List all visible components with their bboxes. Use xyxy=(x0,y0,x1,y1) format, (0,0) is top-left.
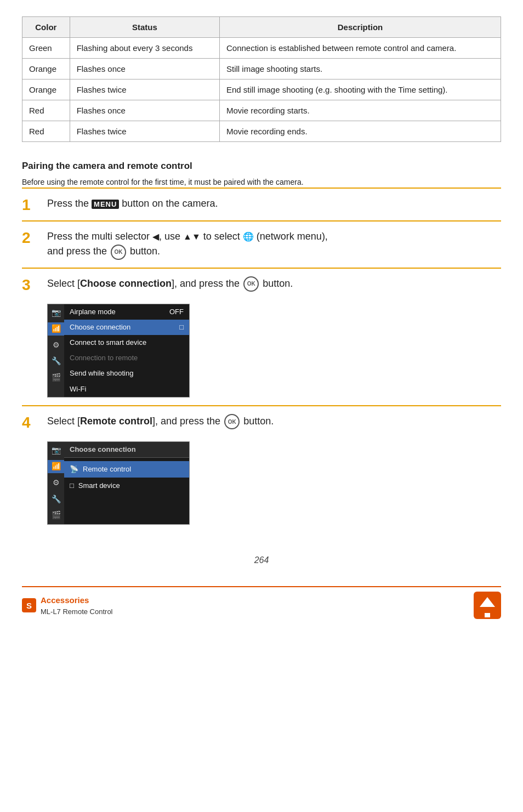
smart-device-option: Smart device xyxy=(78,481,120,491)
remote-icon: 📡 xyxy=(70,464,78,474)
bottom-bar-left: S Accessories ML-L7 Remote Control xyxy=(22,594,113,617)
cam-menu-row-smart: Connect to smart device xyxy=(64,335,189,350)
cam4-icon-network: 📶 xyxy=(48,460,64,473)
ok-button-icon: OK xyxy=(111,245,126,260)
col-header-color: Color xyxy=(22,17,70,38)
page-number: 264 xyxy=(22,554,501,575)
cell-color-0: Green xyxy=(22,38,70,59)
status-table: Color Status Description Green Flashing … xyxy=(22,16,501,142)
cell-status-1: Flashes once xyxy=(70,59,219,80)
step-2: 2 Press the multi selector ◀, use ▲▼ to … xyxy=(22,220,501,267)
cam-menu-row-send: Send while shooting xyxy=(64,366,189,381)
step-2-number: 2 xyxy=(22,230,38,246)
cam-icon-tools: 🔧 xyxy=(48,355,64,368)
ok-button-step3: OK xyxy=(243,276,259,292)
cell-status-3: Flashes once xyxy=(70,100,219,121)
choose-connection-label: Choose connection xyxy=(80,278,172,289)
table-row-1: Orange Flashes once Still image shooting… xyxy=(22,59,501,80)
remote-control-label: Remote control xyxy=(80,416,152,427)
send-label: Send while shooting xyxy=(70,368,133,378)
cell-color-1: Orange xyxy=(22,59,70,80)
table-row-0: Green Flashing about every 3 seconds Con… xyxy=(22,38,501,59)
accessories-block: S Accessories ML-L7 Remote Control xyxy=(22,594,113,617)
cam-menu-content: Airplane mode OFF Choose connection □ Co… xyxy=(64,304,189,397)
cell-color-4: Red xyxy=(22,121,70,142)
table-row-2: Orange Flashes twice End still image sho… xyxy=(22,80,501,100)
step-1-number: 1 xyxy=(22,197,38,213)
cam-menu2-content: Choose connection 📡 Remote control □ Sma… xyxy=(64,442,189,524)
up-down-arrow-icon: ▲▼ xyxy=(183,232,201,241)
smart-icon: □ xyxy=(70,481,74,491)
network-icon: 🌐 xyxy=(243,232,254,241)
cam-sidebar-step4: 📷 📶 ⚙ 🔧 🎬 Choose connection 📡 R xyxy=(48,442,189,524)
cell-color-2: Orange xyxy=(22,80,70,100)
camera-menu-step3: 📷 📶 ⚙ 🔧 🎬 Airplane mode OFF xyxy=(47,304,190,398)
cam4-icon-tools: 🔧 xyxy=(48,493,64,506)
home-stem xyxy=(485,613,490,617)
step-4: 4 Select [Remote control], and press the… xyxy=(22,405,501,532)
cam4-icon-photo: 📷 xyxy=(48,444,64,457)
cell-description-2: End still image shooting (e.g. shooting … xyxy=(219,80,501,100)
cam-menu2-smart[interactable]: □ Smart device xyxy=(64,478,189,494)
cam-menu-row-choose[interactable]: Choose connection □ xyxy=(64,320,189,335)
accessories-label: Accessories xyxy=(41,594,113,606)
cam-menu2-title: Choose connection xyxy=(64,442,189,458)
camera-menu-step4: 📷 📶 ⚙ 🔧 🎬 Choose connection 📡 R xyxy=(47,441,190,525)
step-4-number: 4 xyxy=(22,415,38,430)
airplane-label: Airplane mode xyxy=(70,307,116,317)
cam-menu-row-airplane: Airplane mode OFF xyxy=(64,304,189,320)
cam-icon-photo: 📷 xyxy=(48,306,64,320)
cell-color-3: Red xyxy=(22,100,70,121)
remote-label: Connection to remote xyxy=(70,353,138,363)
cell-description-1: Still image shooting starts. xyxy=(219,59,501,80)
step-3: 3 Select [Choose connection], and press … xyxy=(22,268,501,405)
menu-label: MENU xyxy=(92,200,119,209)
table-row-4: Red Flashes twice Movie recording ends. xyxy=(22,121,501,142)
section-title: Pairing the camera and remote control xyxy=(22,160,501,173)
airplane-value: OFF xyxy=(169,307,184,317)
cam-icon-network: 📶 xyxy=(48,322,64,336)
cell-description-4: Movie recording ends. xyxy=(219,121,501,142)
choose-value: □ xyxy=(179,322,184,332)
cam-menu2-remote[interactable]: 📡 Remote control xyxy=(64,461,189,478)
step-1: 1 Press the MENU button on the camera. xyxy=(22,188,501,220)
home-button[interactable] xyxy=(474,592,501,619)
bottom-bar: S Accessories ML-L7 Remote Control xyxy=(22,586,501,619)
pairing-section: Pairing the camera and remote control Be… xyxy=(22,160,501,188)
step-3-number: 3 xyxy=(22,277,38,293)
step-1-content: Press the MENU button on the camera. xyxy=(47,196,501,211)
cam-sidebar-icons: 📷 📶 ⚙ 🔧 🎬 xyxy=(48,304,64,397)
cam-icon-video: 🎬 xyxy=(48,371,64,384)
bottom-subtitle: ML-L7 Remote Control xyxy=(41,607,113,617)
col-header-description: Description xyxy=(219,17,501,38)
cell-status-2: Flashes twice xyxy=(70,80,219,100)
col-header-status: Status xyxy=(70,17,219,38)
remote-control-option: Remote control xyxy=(83,464,131,474)
choose-label: Choose connection xyxy=(70,322,130,332)
smart-label: Connect to smart device xyxy=(70,338,146,348)
cam-menu-row-wifi: Wi-Fi xyxy=(64,382,189,397)
page-container: Color Status Description Green Flashing … xyxy=(0,0,523,630)
step-4-content: Select [Remote control], and press the O… xyxy=(47,414,274,429)
cam-sidebar-step3: 📷 📶 ⚙ 🔧 🎬 Airplane mode OFF xyxy=(48,304,189,397)
cell-description-3: Movie recording starts. xyxy=(219,100,501,121)
cam-sidebar-icons-step4: 📷 📶 ⚙ 🔧 🎬 xyxy=(48,442,64,524)
steps-container: 1 Press the MENU button on the camera. 2… xyxy=(22,188,501,532)
cam-icon-settings: ⚙ xyxy=(48,339,64,352)
cell-status-0: Flashing about every 3 seconds xyxy=(70,38,219,59)
step-3-content: Select [Choose connection], and press th… xyxy=(47,276,293,292)
cell-status-4: Flashes twice xyxy=(70,121,219,142)
step-2-content: Press the multi selector ◀, use ▲▼ to se… xyxy=(47,229,501,259)
ok-button-step4: OK xyxy=(224,414,240,429)
wifi-label: Wi-Fi xyxy=(70,384,86,394)
cam-menu-row-remote: Connection to remote xyxy=(64,350,189,366)
cam4-icon-video: 🎬 xyxy=(48,509,64,522)
left-arrow-icon: ◀ xyxy=(152,232,159,241)
table-row-3: Red Flashes once Movie recording starts. xyxy=(22,100,501,121)
home-arrow-icon xyxy=(480,597,495,607)
cam4-icon-settings: ⚙ xyxy=(48,476,64,490)
section-intro: Before using the remote control for the … xyxy=(22,177,501,188)
accessories-icon: S xyxy=(22,598,36,612)
cell-description-0: Connection is established between remote… xyxy=(219,38,501,59)
